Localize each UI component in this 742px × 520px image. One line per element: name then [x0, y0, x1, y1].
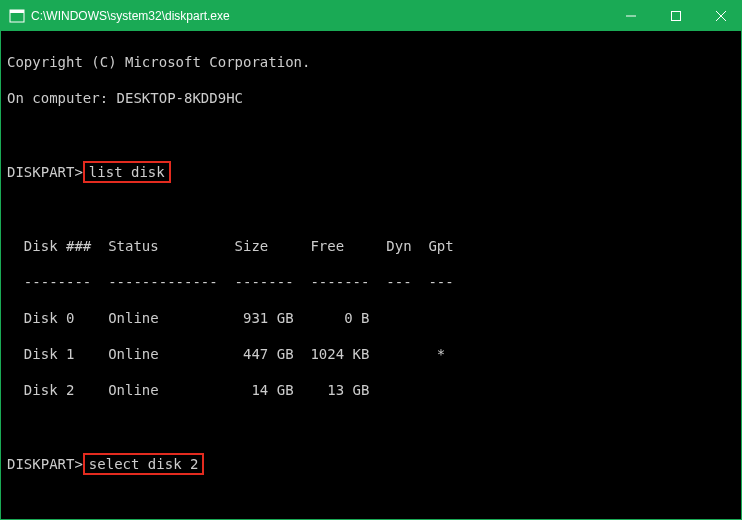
cmd-list-disk: list disk — [83, 161, 171, 183]
prompt: DISKPART> — [7, 455, 83, 473]
window-controls — [608, 1, 742, 31]
window-title: C:\WINDOWS\system32\diskpart.exe — [31, 9, 608, 23]
svg-rect-3 — [671, 12, 680, 21]
terminal-output[interactable]: Copyright (C) Microsoft Corporation. On … — [1, 31, 742, 520]
minimize-button[interactable] — [608, 1, 653, 31]
svg-rect-1 — [10, 10, 24, 13]
maximize-button[interactable] — [653, 1, 698, 31]
table-divider: -------- ------------- ------- ------- -… — [7, 273, 737, 291]
prompt: DISKPART> — [7, 163, 83, 181]
table-row: Disk 1 Online 447 GB 1024 KB * — [7, 345, 737, 363]
copyright-line: Copyright (C) Microsoft Corporation. — [7, 53, 737, 71]
computer-line: On computer: DESKTOP-8KDD9HC — [7, 89, 737, 107]
prompt-line: DISKPART> list disk — [7, 161, 737, 183]
prompt-line: DISKPART> select disk 2 — [7, 453, 737, 475]
close-button[interactable] — [698, 1, 742, 31]
table-row: Disk 0 Online 931 GB 0 B — [7, 309, 737, 327]
cmd-select-disk: select disk 2 — [83, 453, 205, 475]
titlebar[interactable]: C:\WINDOWS\system32\diskpart.exe — [1, 1, 742, 31]
console-window: C:\WINDOWS\system32\diskpart.exe Copyrig… — [1, 1, 742, 520]
table-row: Disk 2 Online 14 GB 13 GB — [7, 381, 737, 399]
table-header: Disk ### Status Size Free Dyn Gpt — [7, 237, 737, 255]
app-icon — [9, 8, 25, 24]
